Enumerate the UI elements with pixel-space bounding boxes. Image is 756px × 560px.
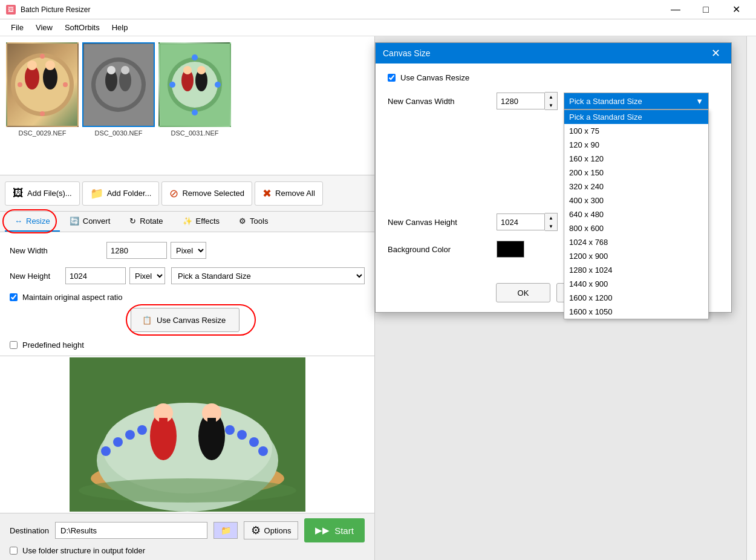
menu-file[interactable]: File [5, 21, 30, 34]
size-option-1600x1200[interactable]: 1600 x 1200 [564, 291, 708, 305]
maximize-button[interactable]: □ [692, 0, 720, 19]
preview-image [70, 357, 305, 512]
svg-point-7 [63, 82, 68, 87]
size-option-120x90[interactable]: 120 x 90 [564, 138, 708, 152]
remove-all-button[interactable]: ✖ Remove All [255, 181, 323, 206]
browse-destination-button[interactable]: 📁 [213, 522, 238, 539]
dialog-close-button[interactable]: ✕ [708, 47, 724, 60]
thumbnail-0[interactable]: DSC_0029.NEF [6, 42, 79, 137]
destination-input[interactable] [55, 522, 207, 539]
folder-structure-checkbox[interactable] [10, 547, 18, 555]
add-folder-icon: 📁 [90, 187, 103, 200]
svg-point-38 [249, 437, 259, 447]
width-row: New Width Pixel [10, 242, 365, 259]
remove-selected-label: Remove Selected [182, 189, 244, 198]
tools-tab-label: Tools [250, 217, 268, 226]
canvas-resize-icon: 📋 [142, 316, 152, 325]
svg-point-16 [121, 66, 129, 74]
size-option-320x240[interactable]: 320 x 240 [564, 180, 708, 194]
size-option-default[interactable]: Pick a Standard Size [564, 110, 708, 124]
start-button[interactable]: ▶▶ Start [304, 518, 365, 542]
rotate-tab-label: Rotate [140, 217, 163, 226]
width-unit-select[interactable]: Pixel [171, 242, 206, 259]
ok-button[interactable]: OK [496, 283, 550, 302]
dialog-header: Canvas Size ✕ [376, 43, 731, 63]
menu-view[interactable]: View [30, 21, 59, 34]
thumbnail-2[interactable]: DSC_0031.NEF [158, 42, 231, 137]
resize-panel: New Width Pixel New Height Pixel [0, 232, 374, 356]
menu-help[interactable]: Help [106, 21, 134, 34]
canvas-width-row: New Canvas Width ▲ ▼ Pick a Standard Siz [388, 92, 719, 110]
size-option-1024x768[interactable]: 1024 x 768 [564, 235, 708, 249]
menu-softorbits[interactable]: SoftOrbits [59, 21, 106, 34]
thumb-image-0 [6, 42, 79, 127]
predefined-height-checkbox[interactable] [10, 341, 18, 349]
maintain-aspect-checkbox[interactable] [10, 293, 18, 301]
svg-point-32 [101, 446, 111, 456]
app-title: Batch Picture Resizer [21, 5, 662, 14]
height-row: New Height Pixel Pick a Standard Size [10, 267, 365, 284]
add-folder-button[interactable]: 📁 Add Folder... [82, 181, 160, 206]
size-option-800x600[interactable]: 800 x 600 [564, 221, 708, 235]
size-option-100x75[interactable]: 100 x 75 [564, 124, 708, 138]
size-option-1440x900[interactable]: 1440 x 900 [564, 277, 708, 291]
remove-all-icon: ✖ [262, 187, 272, 200]
use-canvas-row: Use Canvas Resize [388, 73, 719, 82]
canvas-height-spinners: ▲ ▼ [545, 213, 558, 231]
options-button[interactable]: ⚙ Options [244, 521, 298, 539]
options-label: Options [264, 526, 292, 535]
remove-selected-icon: ⊘ [169, 187, 178, 200]
size-option-1200x900[interactable]: 1200 x 900 [564, 249, 708, 263]
thumbnail-1[interactable]: DSC_0030.NEF [82, 42, 155, 137]
tab-effects[interactable]: ✨ Effects [173, 212, 230, 232]
dialog-body: Use Canvas Resize New Canvas Width ▲ ▼ [376, 63, 731, 277]
tab-convert[interactable]: 🔄 Convert [60, 212, 120, 232]
size-option-640x480[interactable]: 640 x 480 [564, 207, 708, 221]
image-strip: DSC_0029.NEF [0, 36, 374, 175]
maintain-aspect-row: Maintain original aspect ratio [10, 293, 365, 302]
bg-color-swatch[interactable] [497, 241, 524, 258]
remove-selected-button[interactable]: ⊘ Remove Selected [161, 181, 252, 206]
use-canvas-checkbox[interactable] [388, 74, 396, 82]
size-option-1600x1050[interactable]: 1600 x 1050 [564, 305, 708, 319]
destination-label: Destination [10, 526, 49, 535]
canvas-height-input[interactable] [497, 213, 545, 230]
canvas-width-up[interactable]: ▲ [545, 93, 557, 101]
standard-size-dropdown[interactable]: Pick a Standard Size ▼ [564, 93, 709, 109]
add-folder-label: Add Folder... [107, 189, 152, 198]
canvas-height-label: New Canvas Height [388, 218, 497, 227]
thumb-label-0: DSC_0029.NEF [19, 129, 67, 137]
height-input[interactable] [65, 267, 126, 284]
width-input[interactable] [106, 242, 167, 259]
canvas-height-down[interactable]: ▼ [545, 222, 557, 230]
canvas-width-down[interactable]: ▼ [545, 101, 557, 109]
canvas-width-input[interactable] [497, 93, 545, 109]
add-files-icon: 🖼 [13, 187, 24, 200]
add-files-button[interactable]: 🖼 Add File(s)... [5, 181, 80, 206]
svg-point-19 [172, 62, 218, 108]
tab-resize[interactable]: ↔ Resize [5, 212, 60, 232]
size-option-1280x1024[interactable]: 1280 x 1024 [564, 263, 708, 277]
size-option-160x120[interactable]: 160 x 120 [564, 152, 708, 166]
size-option-200x150[interactable]: 200 x 150 [564, 166, 708, 180]
size-option-400x300[interactable]: 400 x 300 [564, 194, 708, 207]
canvas-width-label: New Canvas Width [388, 97, 497, 106]
pick-standard-select[interactable]: Pick a Standard Size [171, 267, 365, 284]
right-scrollbar[interactable] [746, 36, 756, 560]
canvas-size-dialog: Canvas Size ✕ Use Canvas Resize New Canv… [375, 42, 732, 313]
browse-icon: 📁 [221, 526, 231, 535]
tab-rotate[interactable]: ↻ Rotate [120, 212, 172, 232]
folder-structure-label: Use folder structure in output folder [22, 546, 145, 555]
canvas-height-up[interactable]: ▲ [545, 213, 557, 222]
tab-tools[interactable]: ⚙ Tools [229, 212, 278, 232]
resize-tab-icon: ↔ [15, 217, 22, 226]
svg-point-12 [96, 62, 142, 108]
minimize-button[interactable]: — [662, 0, 689, 19]
canvas-width-spinners: ▲ ▼ [545, 92, 558, 110]
convert-tab-label: Convert [83, 217, 111, 226]
use-canvas-resize-button[interactable]: 📋 Use Canvas Resize [131, 308, 240, 332]
svg-point-27 [192, 109, 198, 116]
height-unit-select[interactable]: Pixel [129, 267, 165, 284]
thumb-image-2 [158, 42, 231, 127]
close-button[interactable]: ✕ [722, 0, 750, 19]
